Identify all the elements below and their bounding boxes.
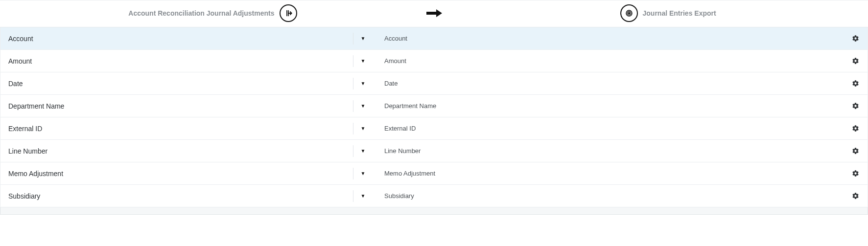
target-title: Journal Entries Export <box>643 9 716 17</box>
svg-marker-4 <box>436 9 442 17</box>
target-title-block: Journal Entries Export <box>444 4 860 22</box>
source-title-block: Account Reconciliation Journal Adjustmen… <box>9 4 424 22</box>
dropdown-caret-icon[interactable]: ▼ <box>353 100 373 112</box>
source-icon <box>280 4 297 22</box>
target-field: Memo Adjustment <box>373 170 735 177</box>
target-field: Amount <box>373 57 735 65</box>
source-field: Department Name <box>0 102 353 110</box>
target-field: Date <box>373 80 735 87</box>
svg-point-7 <box>628 13 630 14</box>
mapping-row[interactable]: Subsidiary▼Subsidiary <box>0 185 868 207</box>
target-field: Department Name <box>373 102 735 110</box>
mapping-row[interactable]: Department Name▼Department Name <box>0 95 868 117</box>
source-field: External ID <box>0 125 353 133</box>
source-field: Date <box>0 80 353 88</box>
target-field: External ID <box>373 125 735 132</box>
svg-rect-3 <box>426 12 436 15</box>
dropdown-caret-icon[interactable]: ▼ <box>353 55 373 67</box>
gear-icon[interactable] <box>843 147 868 155</box>
arrow-right-icon <box>424 8 444 18</box>
mapping-row[interactable]: Amount▼Amount <box>0 50 868 72</box>
source-field: Memo Adjustment <box>0 170 353 178</box>
gear-icon[interactable] <box>843 125 868 132</box>
field-mapping-list: Account▼AccountAmount▼AmountDate▼DateDep… <box>0 27 868 207</box>
gear-icon[interactable] <box>843 192 868 200</box>
source-field: Amount <box>0 57 353 65</box>
target-icon <box>620 4 638 22</box>
gear-icon[interactable] <box>843 80 868 87</box>
dropdown-caret-icon[interactable]: ▼ <box>353 168 373 179</box>
source-title: Account Reconciliation Journal Adjustmen… <box>128 9 274 17</box>
gear-icon[interactable] <box>843 57 868 65</box>
dropdown-caret-icon[interactable]: ▼ <box>353 78 373 89</box>
source-field: Account <box>0 35 353 43</box>
mapping-row[interactable]: Account▼Account <box>0 27 868 50</box>
dropdown-caret-icon[interactable]: ▼ <box>353 33 373 45</box>
mapping-header: Account Reconciliation Journal Adjustmen… <box>0 0 868 27</box>
mapping-row[interactable]: Date▼Date <box>0 72 868 95</box>
target-field: Account <box>373 35 735 42</box>
source-field: Subsidiary <box>0 192 353 200</box>
mapping-direction <box>424 8 444 18</box>
horizontal-scrollbar[interactable] <box>0 207 868 215</box>
mapping-row[interactable]: Memo Adjustment▼Memo Adjustment <box>0 162 868 185</box>
gear-icon[interactable] <box>843 35 868 42</box>
mapping-row[interactable]: Line Number▼Line Number <box>0 140 868 162</box>
gear-icon[interactable] <box>843 102 868 110</box>
mapping-row[interactable]: External ID▼External ID <box>0 117 868 140</box>
dropdown-caret-icon[interactable]: ▼ <box>353 123 373 134</box>
dropdown-caret-icon[interactable]: ▼ <box>353 190 373 202</box>
target-field: Subsidiary <box>373 192 735 200</box>
dropdown-caret-icon[interactable]: ▼ <box>353 145 373 157</box>
target-field: Line Number <box>373 147 735 155</box>
source-field: Line Number <box>0 147 353 155</box>
gear-icon[interactable] <box>843 170 868 177</box>
